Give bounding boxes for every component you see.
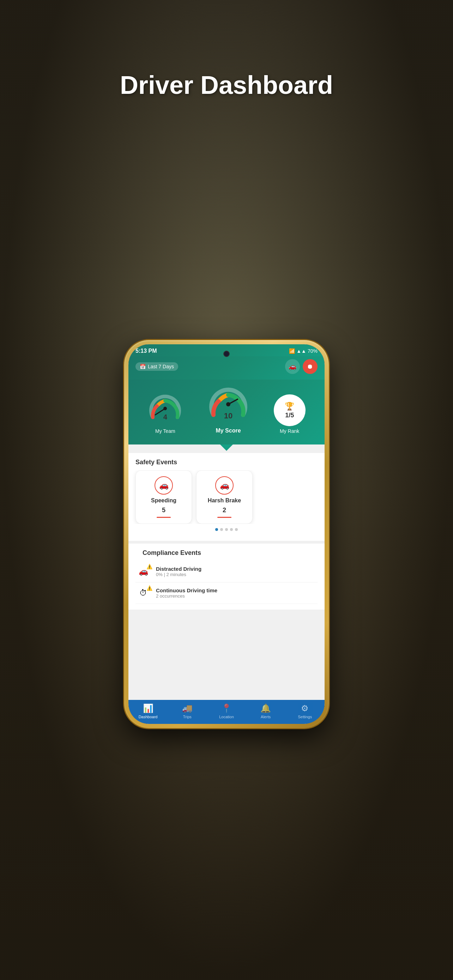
- my-team-score-item: 4 My Team: [148, 391, 183, 434]
- my-team-value: 4: [163, 413, 167, 421]
- my-team-label: My Team: [155, 428, 175, 434]
- phone-container: 5:13 PM 📶 ▲▲ 70% 📅 Last 7 Days: [124, 340, 329, 728]
- harsh-brake-underline: [217, 517, 231, 518]
- harsh-brake-name: Harsh Brake: [208, 497, 241, 504]
- bottom-nav: 📊 Dashboard 🚚 Trips 📍 Location 🔔 Alerts: [129, 700, 324, 724]
- event-card-speeding[interactable]: 🚗 Speeding 5: [135, 470, 192, 524]
- event-card-harsh-brake[interactable]: 🚗 Harsh Brake 2: [196, 470, 253, 524]
- distracted-driving-detail: 0% | 2 minutes: [156, 572, 318, 577]
- warning-icon-2: ⚠️: [146, 585, 153, 591]
- phone-screen: 5:13 PM 📶 ▲▲ 70% 📅 Last 7 Days: [129, 344, 324, 724]
- dashboard-icon: 📊: [143, 703, 153, 713]
- settings-icon: ⚙: [301, 703, 309, 713]
- rank-value: 1/5: [285, 412, 294, 419]
- signal-icon: ▲▲: [296, 348, 306, 354]
- compliance-item-continuous[interactable]: ⏱ ⚠️ Continuous Driving time 2 occurrenc…: [135, 582, 318, 604]
- events-carousel[interactable]: 🚗 Speeding 5 🚗 Harsh Brake: [129, 470, 324, 524]
- nav-alerts[interactable]: 🔔 Alerts: [255, 703, 276, 719]
- warning-icon: ⚠️: [146, 564, 153, 570]
- score-section: 4 My Team: [129, 380, 324, 444]
- my-rank-item: 🏆 1/5 My Rank: [274, 395, 305, 434]
- compliance-events-title: Compliance Events: [135, 549, 318, 561]
- wifi-icon: 📶: [289, 348, 295, 354]
- my-rank-label: My Rank: [280, 428, 299, 434]
- timer-icon: ⏱: [139, 589, 147, 598]
- speeding-underline: [157, 517, 171, 518]
- distracted-driving-icon: 🚗 ⚠️: [135, 565, 151, 578]
- continuous-driving-detail: 2 occurrences: [156, 593, 318, 599]
- rank-circle: 🏆 1/5: [274, 395, 305, 426]
- dot-4[interactable]: [230, 528, 233, 531]
- dot-1[interactable]: [215, 528, 218, 531]
- nav-dashboard[interactable]: 📊 Dashboard: [138, 703, 159, 719]
- date-filter-label: Last 7 Days: [148, 364, 174, 369]
- svg-point-1: [163, 407, 167, 410]
- harsh-brake-icon-circle: 🚗: [215, 476, 234, 495]
- continuous-driving-icon: ⏱ ⚠️: [135, 587, 151, 599]
- trips-label: Trips: [183, 715, 192, 719]
- speeding-name: Speeding: [151, 497, 176, 504]
- dot-2[interactable]: [220, 528, 223, 531]
- speeding-icon: 🚗: [159, 481, 168, 490]
- location-icon: 📍: [221, 703, 232, 713]
- car-connect-button[interactable]: 🚗: [285, 359, 300, 374]
- calendar-icon: 📅: [140, 364, 146, 369]
- record-button[interactable]: ⏺: [303, 359, 318, 374]
- location-label: Location: [219, 715, 234, 719]
- battery-level: 70%: [308, 348, 318, 354]
- status-icons: 📶 ▲▲ 70%: [289, 348, 318, 354]
- my-score-value: 10: [224, 411, 232, 420]
- nav-location[interactable]: 📍 Location: [216, 703, 237, 719]
- phone-frame: 5:13 PM 📶 ▲▲ 70% 📅 Last 7 Days: [124, 340, 329, 728]
- nav-settings[interactable]: ⚙ Settings: [294, 703, 315, 719]
- my-team-gauge: 4: [148, 391, 183, 426]
- continuous-driving-name: Continuous Driving time: [156, 587, 318, 593]
- harsh-brake-count: 2: [223, 507, 226, 514]
- speeding-count: 5: [162, 507, 165, 514]
- carousel-dots: [129, 524, 324, 535]
- trips-icon: 🚚: [182, 703, 192, 713]
- dot-5[interactable]: [235, 528, 238, 531]
- settings-label: Settings: [298, 715, 312, 719]
- header-area: 📅 Last 7 Days 🚗 ⏺: [129, 356, 324, 380]
- phone-camera: [223, 351, 230, 357]
- my-score-gauge: 10: [207, 383, 250, 425]
- my-score-item: 10 My Score: [207, 383, 250, 434]
- distracted-driving-name: Distracted Driving: [156, 566, 318, 572]
- nav-trips[interactable]: 🚚 Trips: [177, 703, 198, 719]
- svg-point-3: [226, 402, 230, 406]
- dashboard-label: Dashboard: [139, 715, 158, 719]
- trophy-icon: 🏆: [285, 402, 294, 411]
- header-buttons: 🚗 ⏺: [285, 359, 318, 374]
- continuous-driving-text: Continuous Driving time 2 occurrences: [156, 587, 318, 599]
- main-content: Safety Events 🚗 Speeding 5: [129, 444, 324, 700]
- record-icon: ⏺: [307, 363, 313, 371]
- compliance-item-distracted[interactable]: 🚗 ⚠️ Distracted Driving 0% | 2 minutes: [135, 561, 318, 582]
- distracted-driving-text: Distracted Driving 0% | 2 minutes: [156, 566, 318, 577]
- my-score-label: My Score: [216, 428, 241, 434]
- car-connect-icon: 🚗: [289, 363, 296, 371]
- dot-3[interactable]: [225, 528, 228, 531]
- alerts-label: Alerts: [261, 715, 270, 719]
- safety-events-title: Safety Events: [129, 458, 324, 470]
- phone-inner: 5:13 PM 📶 ▲▲ 70% 📅 Last 7 Days: [129, 344, 324, 724]
- compliance-events-section: Compliance Events 🚗 ⚠️ Distracted Drivin…: [129, 544, 324, 609]
- safety-events-section: Safety Events 🚗 Speeding 5: [129, 453, 324, 541]
- alerts-icon: 🔔: [261, 703, 271, 713]
- status-time: 5:13 PM: [135, 348, 157, 354]
- harsh-brake-icon: 🚗: [220, 481, 229, 490]
- page-title: Driver Dashboard: [120, 70, 333, 99]
- speeding-icon-circle: 🚗: [154, 476, 173, 495]
- date-filter[interactable]: 📅 Last 7 Days: [135, 362, 178, 371]
